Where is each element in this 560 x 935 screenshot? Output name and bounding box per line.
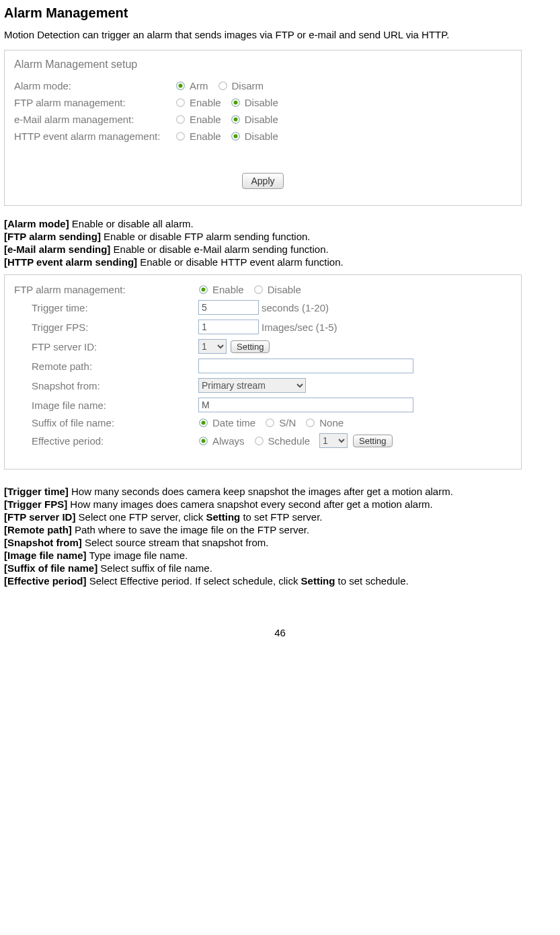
input-remote-path[interactable] [198, 359, 413, 373]
radio-suffix-datetime[interactable]: Date time [198, 417, 255, 428]
term-ftp-server-id: [FTP server ID] [4, 511, 75, 523]
select-schedule[interactable]: 1 [319, 433, 348, 448]
svg-point-11 [233, 135, 237, 139]
label-ftp-server: FTP server ID: [14, 341, 198, 352]
radio-ftp-disable[interactable]: Disable [231, 97, 278, 108]
radio-disarm[interactable]: Disarm [218, 80, 264, 91]
label-effective: Effective period: [14, 435, 198, 447]
radio-suffix-sn[interactable]: S/N [265, 417, 296, 428]
descriptions-1: [Alarm mode] Enable or disable all alarm… [4, 218, 556, 268]
alarm-setup-panel: Alarm Management setup Alarm mode: Arm D… [4, 50, 522, 206]
row-trigger-fps: Trigger FPS: Images/sec (1-5) [14, 320, 512, 334]
radio-suffix-datetime-label: Date time [212, 417, 255, 428]
label-suffix: Suffix of file name: [14, 417, 198, 428]
text-trigger-fps: How many images does camera snapshot eve… [67, 498, 433, 510]
radio-suffix-none-label: None [319, 417, 344, 428]
ftp-alarm-panel: FTP alarm management: Enable Disable Tri… [4, 274, 522, 470]
svg-point-6 [177, 116, 185, 124]
radio-arm[interactable]: Arm [175, 80, 208, 91]
label-image-name: Image file name: [14, 400, 198, 411]
text-trigger-time: How many seconds does camera keep snapsh… [69, 486, 453, 497]
radio-email-enable[interactable]: Enable [175, 114, 221, 125]
bold-setting-2: Setting [301, 575, 335, 587]
svg-point-1 [179, 84, 183, 88]
radio-http-disable[interactable]: Disable [231, 130, 278, 142]
radio-suffix-none[interactable]: None [305, 417, 344, 428]
term-suffix: [Suffix of file name] [4, 562, 97, 574]
label-ftp-mgmt: FTP alarm management: [14, 284, 198, 295]
suffix-trigger-time: seconds (1-20) [262, 302, 329, 313]
intro-text: Motion Detection can trigger an alarm th… [4, 29, 556, 40]
term-image-file-name: [Image file name] [4, 550, 87, 561]
row-effective: Effective period: Always Schedule 1 Sett… [14, 433, 512, 448]
label-trigger-time: Trigger time: [14, 302, 198, 313]
ftp-server-setting-button[interactable]: Setting [231, 340, 270, 353]
radio-effective-schedule[interactable]: Schedule [254, 435, 311, 447]
svg-point-3 [177, 99, 185, 107]
term-alarm-mode: [Alarm mode] [4, 218, 69, 229]
radio-email-enable-label: Enable [190, 114, 221, 125]
radio-ftpmgmt-disable-label: Disable [268, 284, 301, 295]
radio-arm-label: Arm [190, 80, 208, 91]
svg-point-16 [202, 421, 206, 425]
text-remote-path: Path where to save the image file on the… [72, 524, 309, 535]
row-image-name: Image file name: [14, 398, 512, 412]
row-snapshot-from: Snapshot from: Primary stream [14, 378, 512, 393]
term-snapshot-from: [Snapshot from] [4, 537, 82, 548]
term-effective: [Effective period] [4, 575, 87, 587]
text-image-file-name: Type image file name. [87, 550, 188, 561]
term-trigger-time: [Trigger time] [4, 486, 69, 497]
select-ftp-server[interactable]: 1 [198, 339, 227, 354]
svg-point-18 [307, 419, 315, 427]
page-number: 46 [4, 627, 556, 638]
radio-suffix-sn-label: S/N [279, 417, 296, 428]
after-ftp-server-id: to set FTP server. [240, 511, 322, 523]
bold-setting-1: Setting [206, 511, 240, 523]
input-trigger-fps[interactable] [198, 320, 259, 334]
suffix-trigger-fps: Images/sec (1-5) [262, 322, 337, 333]
label-snapshot-from: Snapshot from: [14, 380, 198, 391]
radio-ftpmgmt-disable[interactable]: Disable [253, 284, 301, 295]
label-trigger-fps: Trigger FPS: [14, 322, 198, 333]
radio-email-disable[interactable]: Disable [231, 114, 278, 125]
term-remote-path: [Remote path] [4, 524, 72, 535]
term-trigger-fps: [Trigger FPS] [4, 498, 67, 510]
label-ftp: FTP alarm management: [14, 97, 175, 108]
row-email: e-Mail alarm management: Enable Disable [14, 114, 512, 125]
text-ftp-sending: Enable or disable FTP alarm sending func… [101, 231, 311, 242]
svg-point-14 [254, 286, 262, 294]
radio-effective-always[interactable]: Always [198, 435, 245, 447]
text-alarm-mode: Enable or disable all alarm. [69, 218, 194, 229]
label-remote-path: Remote path: [14, 361, 198, 372]
radio-effective-schedule-label: Schedule [268, 435, 311, 447]
radio-ftp-enable-label: Enable [190, 97, 221, 108]
panel-title: Alarm Management setup [14, 59, 512, 71]
select-snapshot-from[interactable]: Primary stream [198, 378, 306, 393]
row-ftp-server: FTP server ID: 1 Setting [14, 339, 512, 354]
text-http-sending: Enable or disable HTTP event alarm funct… [137, 256, 344, 268]
apply-button[interactable]: Apply [242, 173, 283, 189]
text-ftp-server-id: Select one FTP server, click [75, 511, 206, 523]
text-snapshot-from: Select source stream that snapshot from. [82, 537, 269, 548]
label-http: HTTP event alarm management: [14, 130, 175, 142]
svg-point-5 [233, 101, 237, 105]
term-email-sending: [e-Mail alarm sending] [4, 244, 110, 255]
label-email: e-Mail alarm management: [14, 114, 175, 125]
radio-http-enable[interactable]: Enable [175, 130, 221, 142]
schedule-setting-button[interactable]: Setting [353, 435, 392, 447]
text-email-sending: Enable or disable e-Mail alarm sending f… [110, 244, 328, 255]
svg-point-13 [202, 288, 206, 292]
radio-ftp-enable[interactable]: Enable [175, 97, 221, 108]
input-trigger-time[interactable] [198, 300, 259, 315]
svg-point-21 [255, 437, 263, 445]
row-suffix: Suffix of file name: Date time S/N None [14, 417, 512, 428]
input-image-name[interactable] [198, 398, 413, 412]
label-alarm-mode: Alarm mode: [14, 80, 175, 91]
svg-point-20 [202, 439, 206, 443]
row-remote-path: Remote path: [14, 359, 512, 373]
radio-http-disable-label: Disable [245, 130, 278, 142]
svg-point-8 [233, 118, 237, 122]
page-heading: Alarm Management [4, 5, 556, 21]
radio-ftpmgmt-enable[interactable]: Enable [198, 284, 244, 295]
radio-http-enable-label: Enable [190, 130, 221, 142]
